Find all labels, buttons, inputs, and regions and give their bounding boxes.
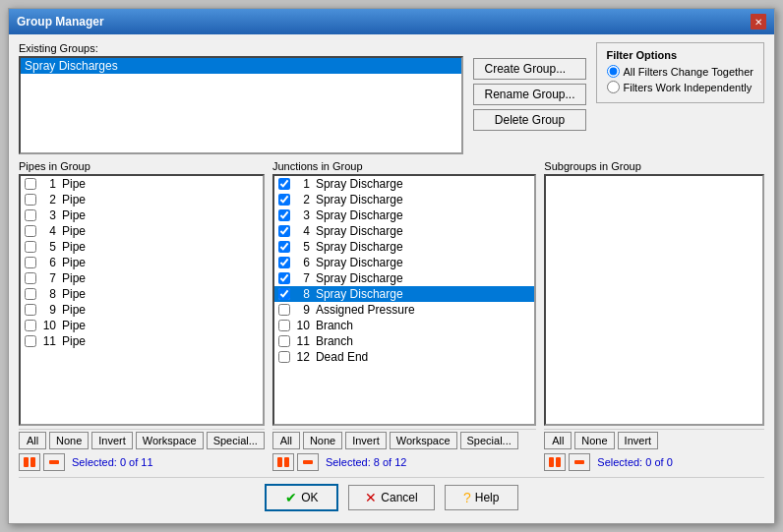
junctions-expand-icon[interactable]: [272, 453, 294, 471]
junction-checkbox-10[interactable]: [278, 320, 290, 331]
existing-groups-listbox[interactable]: Spray Discharges: [19, 56, 463, 154]
pipe-row-7[interactable]: 7Pipe: [21, 270, 263, 286]
junction-row-1[interactable]: 1Spray Discharge: [274, 176, 534, 192]
pipe-row-4[interactable]: 4Pipe: [21, 223, 263, 239]
pipe-row-3[interactable]: 3Pipe: [21, 207, 263, 223]
cancel-button[interactable]: ✕ Cancel: [348, 485, 434, 510]
junctions-selected-count: Selected: 8 of 12: [326, 456, 407, 468]
svg-rect-8: [574, 460, 584, 464]
pipe-checkbox-2[interactable]: [25, 194, 36, 206]
pipe-row-6[interactable]: 6Pipe: [21, 255, 263, 270]
junctions-workspace-button[interactable]: Workspace: [390, 432, 457, 449]
cancel-icon: ✕: [365, 490, 377, 505]
junction-checkbox-1[interactable]: [278, 178, 290, 190]
pipes-collapse-icon[interactable]: [43, 453, 65, 471]
junction-checkbox-6[interactable]: [278, 257, 290, 268]
pipe-row-2[interactable]: 2Pipe: [21, 192, 263, 207]
subgroups-listbox[interactable]: [544, 174, 764, 426]
pipe-row-1[interactable]: 1Pipe: [21, 176, 263, 192]
pipe-checkbox-8[interactable]: [25, 288, 36, 300]
junction-row-11[interactable]: 11Branch: [274, 333, 534, 349]
junction-checkbox-8[interactable]: [278, 288, 290, 300]
junctions-invert-button[interactable]: Invert: [345, 432, 387, 449]
subgroups-panel: Subgroups in Group All None Invert: [544, 160, 764, 471]
junctions-listbox[interactable]: 1Spray Discharge 2Spray Discharge 3Spray…: [272, 174, 536, 426]
junctions-all-button[interactable]: All: [272, 432, 300, 449]
help-button[interactable]: ? Help: [445, 485, 518, 510]
pipe-checkbox-7[interactable]: [25, 272, 36, 284]
subgroups-expand-icon[interactable]: [544, 453, 566, 471]
junctions-special-button[interactable]: Special...: [460, 432, 518, 449]
junction-checkbox-5[interactable]: [278, 241, 290, 253]
pipe-checkbox-4[interactable]: [25, 225, 36, 237]
junction-checkbox-9[interactable]: [278, 304, 290, 316]
pipe-checkbox-6[interactable]: [25, 257, 36, 268]
ok-icon: ✔: [285, 490, 297, 505]
pipe-checkbox-10[interactable]: [25, 320, 36, 331]
svg-rect-6: [549, 457, 554, 467]
pipes-workspace-button[interactable]: Workspace: [136, 432, 204, 449]
filter-independent-option[interactable]: Filters Work Independently: [607, 81, 753, 93]
junctions-none-button[interactable]: None: [303, 432, 342, 449]
pipes-invert-button[interactable]: Invert: [91, 432, 133, 449]
junction-row-7[interactable]: 7Spray Discharge: [274, 270, 534, 286]
subgroups-all-button[interactable]: All: [544, 432, 572, 449]
pipe-row-8[interactable]: 8Pipe: [21, 286, 263, 302]
svg-rect-3: [277, 457, 282, 467]
junction-row-2[interactable]: 2Spray Discharge: [274, 192, 534, 207]
junction-checkbox-12[interactable]: [278, 351, 290, 363]
junction-row-4[interactable]: 4Spray Discharge: [274, 223, 534, 239]
junctions-panel-label: Junctions in Group: [272, 160, 536, 172]
junction-checkbox-4[interactable]: [278, 225, 290, 237]
pipe-checkbox-9[interactable]: [25, 304, 36, 316]
ok-button[interactable]: ✔ OK: [265, 484, 338, 511]
junction-checkbox-11[interactable]: [278, 335, 290, 347]
subgroups-invert-button[interactable]: Invert: [618, 432, 659, 449]
pipes-all-button[interactable]: All: [19, 432, 46, 449]
junction-row-6[interactable]: 6Spray Discharge: [274, 255, 534, 270]
existing-groups-panel: Existing Groups: Spray Discharges: [19, 42, 463, 154]
pipes-none-button[interactable]: None: [49, 432, 89, 449]
delete-group-button[interactable]: Delete Group: [473, 109, 585, 131]
junction-checkbox-7[interactable]: [278, 272, 290, 284]
close-button[interactable]: ✕: [751, 14, 766, 30]
create-group-button[interactable]: Create Group...: [473, 58, 585, 80]
pipes-expand-icon[interactable]: [19, 453, 40, 471]
junction-row-9[interactable]: 9Assigned Pressure: [274, 302, 534, 318]
junction-checkbox-3[interactable]: [278, 209, 290, 221]
filter-independent-radio[interactable]: [607, 81, 620, 93]
subgroups-selected-count: Selected: 0 of 0: [597, 456, 672, 468]
pipe-row-10[interactable]: 10Pipe: [21, 318, 263, 333]
existing-groups-label: Existing Groups:: [19, 42, 463, 54]
pipe-checkbox-3[interactable]: [25, 209, 36, 221]
junctions-toolbar: All None Invert Workspace Special...: [272, 429, 536, 451]
pipes-special-button[interactable]: Special...: [207, 432, 265, 449]
pipe-row-5[interactable]: 5Pipe: [21, 239, 263, 255]
title-bar: Group Manager ✕: [9, 9, 774, 34]
filter-independent-label: Filters Work Independently: [624, 82, 753, 93]
junctions-collapse-icon[interactable]: [297, 453, 319, 471]
pipe-checkbox-11[interactable]: [25, 335, 36, 347]
pipes-listbox[interactable]: 1Pipe 2Pipe 3Pipe 4Pipe 5Pipe 6Pipe 7Pip…: [19, 174, 265, 426]
junction-row-3[interactable]: 3Spray Discharge: [274, 207, 534, 223]
junction-checkbox-2[interactable]: [278, 194, 290, 206]
pipe-row-9[interactable]: 9Pipe: [21, 302, 263, 318]
junction-row-10[interactable]: 10Branch: [274, 318, 534, 333]
subgroups-toolbar: All None Invert: [544, 429, 764, 451]
filter-together-radio[interactable]: [607, 65, 620, 78]
subgroups-collapse-icon[interactable]: [569, 453, 590, 471]
group-action-buttons: Create Group... Rename Group... Delete G…: [473, 42, 585, 131]
group-item-spray-discharges[interactable]: Spray Discharges: [21, 58, 461, 74]
rename-group-button[interactable]: Rename Group...: [473, 84, 585, 105]
pipe-checkbox-1[interactable]: [25, 178, 36, 190]
subgroups-status-bar: Selected: 0 of 0: [544, 453, 764, 471]
pipe-checkbox-5[interactable]: [25, 241, 36, 253]
pipe-row-11[interactable]: 11Pipe: [21, 333, 263, 349]
filter-together-option[interactable]: All Filters Change Together: [607, 65, 753, 78]
junction-row-5[interactable]: 5Spray Discharge: [274, 239, 534, 255]
subgroups-none-button[interactable]: None: [574, 432, 614, 449]
junction-row-8[interactable]: 8Spray Discharge: [274, 286, 534, 302]
dialog-title: Group Manager: [17, 15, 104, 29]
junction-row-12[interactable]: 12Dead End: [274, 349, 534, 365]
filter-options-title: Filter Options: [607, 49, 753, 61]
